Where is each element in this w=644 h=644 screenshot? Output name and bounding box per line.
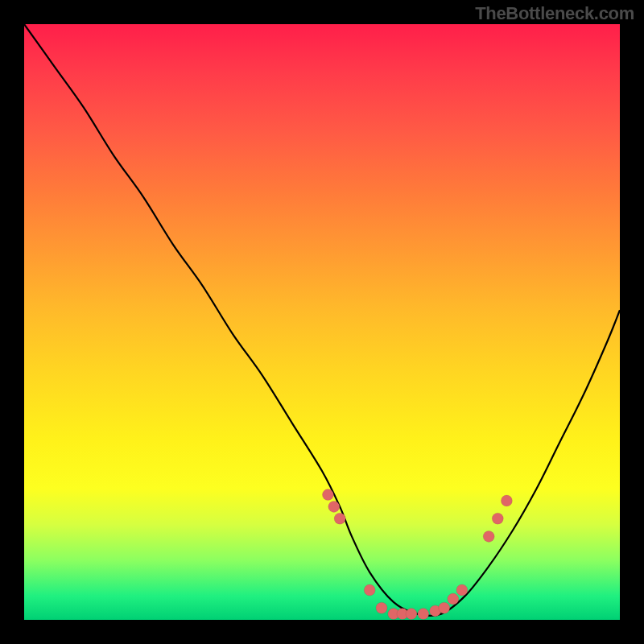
sample-dot (418, 609, 429, 620)
sample-dot (364, 584, 375, 596)
sample-dot (376, 602, 387, 613)
chart-plot-area (24, 24, 620, 620)
bottleneck-curve-path (24, 24, 620, 616)
sample-dot (448, 593, 459, 605)
sample-dot (439, 602, 450, 613)
chart-svg (24, 24, 620, 620)
sample-dot (322, 489, 333, 501)
sample-dot (492, 513, 503, 524)
watermark-text: TheBottleneck.com (475, 3, 634, 24)
sample-dot (501, 495, 512, 506)
sample-dot (406, 609, 417, 620)
sample-dots-group (322, 489, 512, 620)
sample-dot (483, 530, 494, 542)
sample-dot (456, 584, 468, 596)
sample-dot (334, 513, 345, 524)
sample-dot (328, 501, 340, 512)
